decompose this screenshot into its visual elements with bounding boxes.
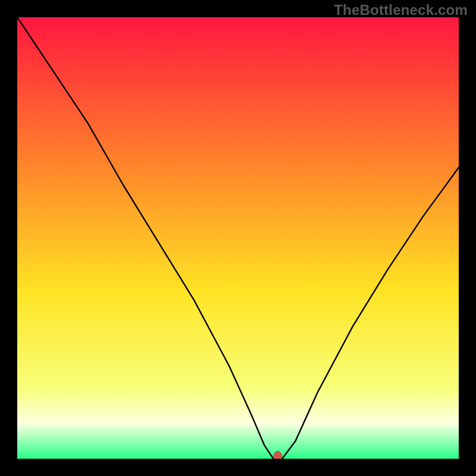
watermark-text: TheBottleneck.com xyxy=(334,2,468,18)
gradient-background xyxy=(17,17,459,459)
marker-dot xyxy=(274,451,282,459)
plot-area xyxy=(17,17,459,459)
chart-frame: TheBottleneck.com xyxy=(0,0,476,476)
chart-svg xyxy=(17,17,459,459)
